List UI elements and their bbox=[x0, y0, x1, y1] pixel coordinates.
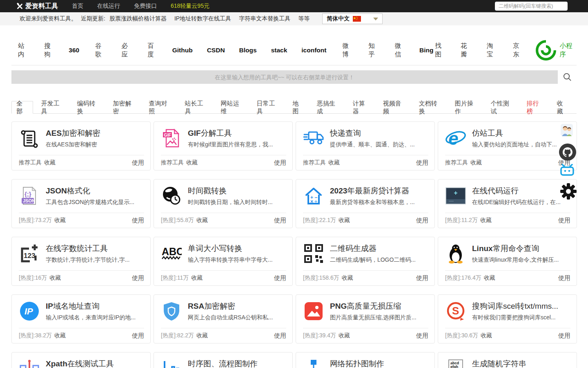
use-button[interactable]: 使用 bbox=[274, 332, 286, 340]
engine-link[interactable]: 花瓣 bbox=[457, 42, 472, 59]
tool-card[interactable]: Linux常用命令查询 快速查询linux常用命令,文件解压... [热度]:1… bbox=[438, 237, 577, 286]
use-button[interactable]: 使用 bbox=[416, 159, 428, 167]
tool-card[interactable]: 时间戳转换 时间戳转换日期，输入时间转时... [热度]:55.8万 收藏 使用 bbox=[154, 179, 293, 228]
tool-card[interactable]: 快递查询 提供申通、顺丰、圆通、韵达、... 推荐工具 收藏 使用 bbox=[296, 121, 435, 171]
tab[interactable]: 全部 bbox=[11, 101, 33, 114]
tool-card[interactable]: + −× ÷ 2023年最新房贷计算器 最新房贷等额本金和等额本息，... [热… bbox=[296, 179, 435, 228]
favorite-link[interactable]: 收藏 bbox=[470, 159, 482, 166]
tool-card[interactable]: Xpath在线测试工具 输入网页HTML数据以及xpath的... bbox=[11, 352, 151, 368]
tool-card[interactable]: 123 在线字数统计工具 字数统计,字符统计,字节统计,字... [热度]:16… bbox=[11, 237, 151, 286]
recent-update-link[interactable]: 字符串文本替换工具 bbox=[239, 15, 290, 22]
favorite-link[interactable]: 收藏 bbox=[480, 217, 492, 224]
tab[interactable]: 排行榜 bbox=[522, 101, 549, 114]
video-site-link[interactable] bbox=[560, 164, 574, 178]
favorite-link[interactable]: 收藏 bbox=[196, 217, 208, 224]
tool-card[interactable]: AES加密和解密 在线AES加密和解密 推荐工具 收藏 使用 bbox=[11, 121, 151, 171]
engine-link[interactable]: 小程序 bbox=[536, 40, 577, 61]
engine-link[interactable]: 淘宝 bbox=[483, 42, 499, 59]
engine-link[interactable]: Bing找图 bbox=[418, 42, 446, 59]
tab[interactable]: 站长工具 bbox=[180, 101, 213, 114]
favorite-link[interactable]: 收藏 bbox=[49, 274, 61, 282]
use-button[interactable]: 使用 bbox=[416, 217, 428, 224]
tab[interactable]: 个性测试 bbox=[486, 101, 519, 114]
tab[interactable]: 文档转换 bbox=[414, 101, 447, 114]
engine-link[interactable]: Blogs bbox=[238, 47, 258, 54]
use-button[interactable]: 使用 bbox=[558, 274, 570, 282]
github-link[interactable] bbox=[559, 143, 577, 163]
engine-link[interactable]: 必应 bbox=[118, 42, 133, 59]
tab[interactable]: 图片操作 bbox=[450, 101, 483, 114]
recent-update-link[interactable]: 等等 bbox=[298, 15, 310, 22]
site-logo[interactable]: 爱资料工具 bbox=[16, 2, 58, 11]
use-button[interactable]: 使用 bbox=[274, 159, 286, 167]
engine-link[interactable]: 百度 bbox=[145, 42, 160, 59]
favorite-link[interactable]: 收藏 bbox=[339, 332, 350, 339]
tab[interactable]: 查询对照 bbox=[145, 101, 177, 114]
use-button[interactable]: 使用 bbox=[558, 332, 570, 340]
engine-link[interactable]: CSDN bbox=[205, 47, 227, 54]
favorite-link[interactable]: 收藏 bbox=[54, 217, 66, 224]
tool-card[interactable]: GIF GIF分解工具 有时候gif里面图片很有意思，我... 推荐工具 收藏 … bbox=[154, 121, 293, 171]
engine-link[interactable]: iconfont bbox=[300, 47, 328, 54]
tool-card[interactable]: RSA加密解密 网页上会自动生成RSA公钥和私... [热度]:82.2万 收藏… bbox=[154, 294, 293, 343]
recent-update-link[interactable]: IP地址转数字在线工具 bbox=[174, 15, 231, 22]
engine-link[interactable]: Github bbox=[171, 47, 194, 54]
favorite-link[interactable]: 收藏 bbox=[328, 159, 340, 166]
nav-item[interactable]: 首页 bbox=[72, 2, 83, 10]
tab[interactable]: 地图 bbox=[288, 101, 309, 114]
favorite-link[interactable]: 收藏 bbox=[191, 274, 203, 282]
use-button[interactable]: 使用 bbox=[132, 274, 144, 282]
engine-link[interactable]: 微博 bbox=[339, 42, 354, 59]
tool-card[interactable]: 时序图、流程图制作 运行逻辑交互比较复杂情况下，... bbox=[154, 352, 293, 368]
search-button[interactable] bbox=[558, 70, 577, 84]
tab[interactable]: 收藏 bbox=[552, 101, 573, 114]
engine-link[interactable]: 360 bbox=[67, 47, 81, 54]
nav-item[interactable]: 免费接口 bbox=[134, 2, 157, 10]
nav-item[interactable]: 618轻量云95元 bbox=[171, 2, 209, 10]
use-button[interactable]: 使用 bbox=[274, 274, 286, 282]
tool-card[interactable]: e 仿站工具 输入要仿站的页面地址，自动下... 推荐工具 收藏 使用 bbox=[438, 121, 577, 171]
engine-link[interactable]: 站内 bbox=[15, 42, 30, 59]
tool-card[interactable]: abcdefghijklmnop 生成随机字符串 有时候我们需要生成不同长度自.… bbox=[438, 352, 577, 368]
favorite-link[interactable]: 收藏 bbox=[342, 274, 353, 282]
engine-link[interactable]: 搜狗 bbox=[41, 42, 56, 59]
tab[interactable]: 日常工具 bbox=[252, 101, 285, 114]
tool-search-input[interactable] bbox=[11, 70, 558, 84]
tab[interactable]: 加密解密 bbox=[109, 101, 141, 114]
engine-link[interactable]: stack bbox=[270, 47, 289, 54]
tool-card[interactable]: PNG高质量无损压缩 图片高质量无损压缩,选择图片质... [热度]:39.4万… bbox=[296, 294, 435, 343]
language-select[interactable]: 简体中文 bbox=[322, 13, 383, 24]
use-button[interactable]: 使用 bbox=[132, 332, 144, 340]
tool-card[interactable]: {;}JSON JSON格式化 工具包含JSON的常规格式化显示... [热度]… bbox=[11, 179, 151, 228]
favorite-link[interactable]: 收藏 bbox=[44, 159, 56, 166]
tool-card[interactable]: 网络拓扑图制作 网络拓扑图是指用传输媒体互连... bbox=[296, 352, 435, 368]
tab[interactable]: 编码转换 bbox=[73, 101, 105, 114]
tool-card[interactable]: 二维码生成器 二维码生成/解码，LOGO二维码... [热度]:158.6万 收… bbox=[296, 237, 435, 286]
engine-link[interactable]: 微信 bbox=[392, 42, 407, 59]
settings-button[interactable] bbox=[560, 183, 577, 202]
favorite-link[interactable]: 收藏 bbox=[481, 332, 492, 339]
recent-update-link[interactable]: 股票涨跌幅价格计算器 bbox=[109, 15, 167, 22]
use-button[interactable]: 使用 bbox=[416, 274, 428, 282]
tool-card[interactable]: ABC 单词大小写转换 输入字符串转换字符串中字母大... [热度]:11万 收… bbox=[154, 237, 293, 286]
nav-item[interactable]: 在线运行 bbox=[97, 2, 120, 10]
qr-decode-search-input[interactable] bbox=[495, 2, 568, 11]
favorite-link[interactable]: 收藏 bbox=[484, 274, 495, 282]
engine-link[interactable]: 谷歌 bbox=[92, 42, 107, 59]
engine-link[interactable]: 京东 bbox=[510, 42, 525, 59]
contact-avatar[interactable] bbox=[561, 124, 573, 138]
tab[interactable]: 计算器 bbox=[348, 101, 375, 114]
favorite-link[interactable]: 收藏 bbox=[196, 332, 208, 339]
engine-link[interactable]: 知乎 bbox=[365, 42, 381, 59]
tab[interactable]: 恶搞生成 bbox=[312, 101, 345, 114]
tool-card[interactable]: IP IP域名地址查询 输入IP或域名，来查询对应IP的地... [热度]:38… bbox=[11, 294, 151, 343]
use-button[interactable]: 使用 bbox=[132, 217, 144, 224]
use-button[interactable]: 使用 bbox=[132, 159, 144, 167]
tool-card[interactable]: S 搜狗词库scel转txt/mms... 有时候我们需要把搜狗词库scel..… bbox=[438, 294, 577, 343]
tool-card[interactable]: 在线代码运行 在线IDE编辑好代码在线运行，在... [热度]:11.2万 收藏… bbox=[438, 179, 577, 228]
tab[interactable]: 视频音频 bbox=[379, 101, 411, 114]
tab[interactable]: 开发工具 bbox=[37, 101, 69, 114]
use-button[interactable]: 使用 bbox=[274, 217, 286, 224]
use-button[interactable]: 使用 bbox=[416, 332, 428, 340]
use-button[interactable]: 使用 bbox=[558, 217, 570, 224]
